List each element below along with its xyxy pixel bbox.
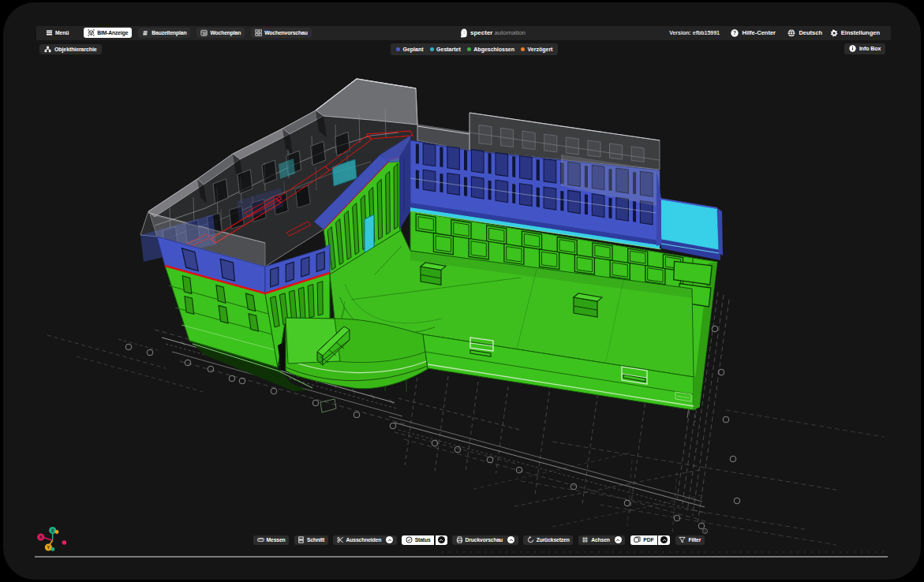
svg-text:Y: Y (47, 545, 51, 550)
svg-text:?: ? (733, 30, 736, 35)
svg-text:X: X (39, 535, 43, 539)
